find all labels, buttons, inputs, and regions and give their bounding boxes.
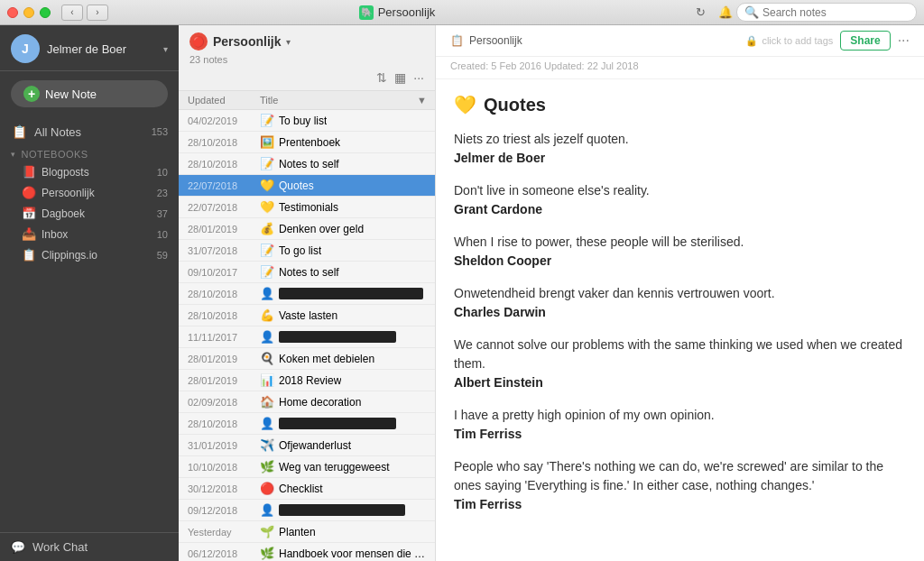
note-title-text: To go list: [279, 244, 321, 257]
notebook-clippings-count: 59: [157, 250, 168, 261]
note-date: 09/10/2017: [188, 267, 254, 278]
note-list-item[interactable]: 28/10/2018📝Notes to self: [179, 153, 435, 175]
note-emoji: 💛: [260, 200, 274, 214]
quote-text: Don't live in someone else's reality.: [454, 181, 906, 200]
sort-arrow: ▼: [417, 95, 426, 106]
chevron-down-icon[interactable]: ▾: [163, 44, 168, 54]
note-title-cell: 🖼️Prentenboek: [260, 135, 426, 149]
note-date: 10/10/2018: [188, 462, 254, 473]
close-button[interactable]: [7, 7, 18, 18]
notebook-blogposts[interactable]: 📕 Blogposts 10: [0, 161, 179, 182]
notebooks-toggle[interactable]: ▾: [11, 150, 16, 159]
note-list-item[interactable]: 28/01/2019💰Denken over geld: [179, 218, 435, 240]
note-list-item[interactable]: 30/12/2018🔴Checklist: [179, 478, 435, 500]
notifications-button[interactable]: 🔔: [715, 5, 736, 21]
note-emoji: 📊: [260, 373, 274, 387]
note-list-item[interactable]: 28/10/2018👤: [179, 413, 435, 435]
traffic-lights: [7, 7, 51, 18]
notebooks-section-header: ▾ Notebooks: [0, 143, 179, 161]
note-title-text: Prentenboek: [279, 136, 340, 149]
note-date: 31/07/2018: [188, 245, 254, 256]
back-button[interactable]: ‹: [61, 5, 83, 21]
notebook-title-text: Persoonlijk: [213, 34, 281, 49]
share-button[interactable]: Share: [840, 31, 890, 51]
note-emoji: 📝: [260, 157, 274, 170]
note-date: Yesterday: [188, 527, 254, 538]
notebook-inbox[interactable]: 📥 Inbox 10: [0, 224, 179, 244]
quote-block: Onwetendheid brengt vaker dan kennis ver…: [454, 284, 906, 319]
note-list-item[interactable]: 22/07/2018💛Quotes: [179, 175, 435, 197]
note-list-item[interactable]: 31/07/2018📝To go list: [179, 240, 435, 262]
quotes-container: Niets zo triest als jezelf quoten.Jelmer…: [454, 130, 906, 511]
note-emoji: ✈️: [260, 438, 274, 452]
sidebar: J Jelmer de Boer ▾ + New Note 📋 All Note…: [0, 25, 179, 561]
note-content[interactable]: 💛 Quotes Niets zo triest als jezelf quot…: [436, 79, 924, 561]
editor-breadcrumb: 📋 Persoonlijk: [450, 34, 738, 47]
note-list-item[interactable]: Yesterday🌱Planten: [179, 521, 435, 543]
note-list-item[interactable]: 31/01/2019✈️Ofjewanderlust: [179, 435, 435, 456]
notebook-dagboek-label: Dagboek: [42, 207, 152, 220]
note-meta: Created: 5 Feb 2016 Updated: 22 Jul 2018: [436, 57, 924, 79]
sync-button[interactable]: ↻: [689, 5, 711, 21]
notebook-clippings[interactable]: 📋 Clippings.io 59: [0, 244, 179, 265]
note-list-item[interactable]: 06/12/2018🌿Handboek voor mensen die hun …: [179, 543, 435, 561]
user-name: Jelmer de Boer: [47, 42, 156, 56]
note-date: 28/01/2019: [188, 224, 254, 235]
note-title-cell: 💪Vaste lasten: [260, 308, 426, 322]
note-title-cell: ✈️Ofjewanderlust: [260, 438, 426, 452]
note-list-item[interactable]: 04/02/2019📝To buy list: [179, 110, 435, 132]
notes-count: 23 notes: [189, 54, 424, 65]
window-title: 🐘 Persoonlijk: [108, 5, 686, 20]
quote-text: Onwetendheid brengt vaker dan kennis ver…: [454, 284, 906, 303]
note-emoji: 🏠: [260, 395, 274, 409]
note-title-text: Weg van teruggeweest: [279, 461, 390, 474]
notebook-title-icon: 🔴: [189, 32, 208, 51]
note-list-item[interactable]: 22/07/2018💛Testimonials: [179, 197, 435, 218]
note-emoji: 🖼️: [260, 135, 274, 149]
title-bar: ‹ › 🐘 Persoonlijk ↻ 🔔 🔍: [0, 0, 924, 25]
maximize-button[interactable]: [40, 7, 51, 18]
note-list-item[interactable]: 28/10/2018🖼️Prentenboek: [179, 132, 435, 153]
notebook-persoonlijk[interactable]: 🔴 Persoonlijk 23: [0, 182, 179, 203]
notes-list: 04/02/2019📝To buy list28/10/2018🖼️Prente…: [179, 110, 435, 561]
search-input[interactable]: [762, 6, 909, 19]
note-title-text: Vaste lasten: [279, 309, 337, 322]
note-title-text: Planten: [279, 526, 316, 538]
note-title-emoji: 💛: [454, 94, 476, 115]
note-date: 02/09/2018: [188, 397, 254, 408]
quote-author: Jelmer de Boer: [454, 151, 906, 165]
note-date: 28/10/2018: [188, 418, 254, 429]
note-list-item[interactable]: 09/12/2018👤: [179, 500, 435, 521]
quote-author: Grant Cardone: [454, 202, 906, 216]
view-toggle-button[interactable]: ▦: [394, 70, 406, 85]
note-list-item[interactable]: 02/09/2018🏠Home decoration: [179, 391, 435, 413]
note-list-item[interactable]: 28/10/2018👤: [179, 283, 435, 305]
note-title-text: Home decoration: [279, 396, 361, 409]
sidebar-item-all-notes[interactable]: 📋 All Notes 153: [0, 120, 179, 143]
work-chat-button[interactable]: 💬 Work Chat: [0, 532, 179, 561]
note-emoji: 🌱: [260, 525, 274, 538]
sort-button[interactable]: ⇅: [376, 70, 387, 85]
note-list-item[interactable]: 28/10/2018💪Vaste lasten: [179, 305, 435, 326]
note-list-item[interactable]: 10/10/2018🌿Weg van teruggeweest: [179, 456, 435, 478]
blogposts-icon: 📕: [22, 165, 36, 179]
note-list-item[interactable]: 28/01/2019📊2018 Review: [179, 370, 435, 391]
forward-button[interactable]: ›: [87, 5, 108, 21]
quote-text: People who say 'There's nothing we can d…: [454, 457, 906, 495]
tag-placeholder[interactable]: click to add tags: [762, 35, 833, 46]
minimize-button[interactable]: [23, 7, 34, 18]
search-bar: 🔍: [736, 3, 917, 22]
note-list-item[interactable]: 09/10/2017📝Notes to self: [179, 262, 435, 283]
more-options-button[interactable]: ···: [413, 70, 424, 85]
editor-more-button[interactable]: ···: [898, 32, 910, 49]
quote-block: Don't live in someone else's reality.Gra…: [454, 181, 906, 216]
new-note-button[interactable]: + New Note: [11, 80, 168, 107]
note-list-item[interactable]: 28/01/2019🍳Koken met debielen: [179, 348, 435, 370]
notebook-dagboek-count: 37: [157, 208, 168, 219]
note-list-item[interactable]: 11/11/2017👤: [179, 326, 435, 348]
note-emoji: 🔴: [260, 482, 274, 495]
notebook-dagboek[interactable]: 📅 Dagboek 37: [0, 203, 179, 224]
editor-notebook-icon: 📋: [450, 34, 464, 47]
notebook-dropdown-icon[interactable]: ▾: [286, 37, 291, 47]
work-chat-label: Work Chat: [32, 540, 88, 554]
